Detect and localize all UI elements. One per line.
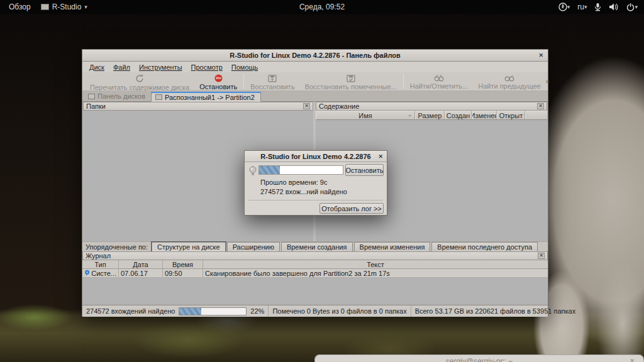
menu-file[interactable]: Файл (109, 63, 135, 72)
log-column-time[interactable]: Время (163, 260, 203, 268)
tab-label: Распознанный1 -> Partition2 (165, 94, 255, 101)
dialog-stop-label: Остановить (345, 167, 383, 174)
microphone-icon[interactable] (594, 3, 601, 11)
sort-tab-modification-time[interactable]: Времени изменения (354, 242, 431, 251)
dialog-stop-button[interactable]: Остановить (345, 164, 384, 176)
close-panel-icon[interactable] (538, 253, 545, 259)
menu-view[interactable]: Просмотр (187, 63, 227, 72)
toolbar-button-label: Найти/Отметить... (410, 82, 468, 90)
input-source-menu[interactable]: ru (577, 3, 587, 11)
toolbar-recover-marked-button[interactable]: Восстановить помеченные... (300, 72, 402, 90)
sort-tab-extension[interactable]: Расширению (227, 242, 280, 251)
log-panel: Журнал Тип Дата Время Текст Систе... 07.… (82, 251, 548, 305)
column-name[interactable]: Имя (316, 111, 415, 119)
status-marked-section: Помечено 0 Bytes из 0 файлов в 0 папках (269, 305, 411, 317)
sort-direction-icon (408, 112, 412, 118)
volume-icon[interactable] (609, 3, 619, 11)
clock[interactable]: Среда, 09:52 (296, 1, 348, 13)
chevron-down-icon (567, 4, 570, 10)
sort-tab-creation-time[interactable]: Времени создания (281, 242, 353, 251)
toolbar-button-label: Восстановить (250, 83, 294, 90)
activities-button[interactable]: Обзор (5, 1, 35, 13)
accessibility-menu[interactable] (558, 3, 570, 11)
binoculars-prev-icon (504, 74, 514, 82)
log-column-type[interactable]: Тип (82, 260, 119, 268)
dialog-progress-fill (259, 166, 280, 174)
sort-bar: Упорядоченные по: Структуре на диске Рас… (82, 241, 548, 251)
menu-help[interactable]: Помощь (227, 63, 263, 72)
close-panel-icon[interactable] (537, 103, 544, 109)
dialog-found-text: 274572 вхож...ний найдено (260, 188, 347, 195)
column-created[interactable]: Создан (445, 111, 472, 119)
terminal-window-title: sergiy@sergiy-pc: ~ (315, 357, 643, 362)
status-bar: 274572 вхождений найдено 22% Помечено 0 … (82, 305, 548, 317)
close-panel-icon[interactable] (303, 103, 310, 109)
toolbar-find-previous-button[interactable]: Найти предыдущее (473, 72, 546, 90)
menu-disk[interactable]: Диск (85, 63, 109, 72)
column-label: Размер (418, 112, 442, 119)
dialog-titlebar[interactable]: R-Studio for Linux Demo 4.2.2876 (245, 151, 387, 162)
app-menu[interactable]: R-Studio (37, 1, 91, 13)
view-tabs: Панель дисков Распознанный1 -> Partition… (82, 91, 548, 102)
window-titlebar[interactable]: R-Studio for Linux Demo 4.2.2876 - Панел… (82, 50, 548, 62)
close-icon[interactable] (630, 358, 635, 362)
log-panel-title: Журнал (86, 252, 111, 260)
toolbar-reread-disk-button[interactable]: Перечитать содержимое диска (85, 72, 194, 90)
window-title: R-Studio for Linux Demo 4.2.2876 - Панел… (230, 52, 401, 59)
terminal-window-titlebar[interactable]: sergiy@sergiy-pc: ~ (314, 354, 644, 362)
sort-tab-label: Структуре на диске (157, 243, 220, 251)
toolbar-button-label: Перечитать содержимое диска (90, 84, 189, 91)
log-column-date[interactable]: Дата (119, 260, 163, 268)
log-cell-type: Систе... (82, 269, 119, 277)
toolbar-stop-button[interactable]: STOP Остановить (194, 72, 242, 90)
svg-text:STOP: STOP (216, 77, 221, 80)
status-found-section: 274572 вхождений найдено 22% (82, 305, 269, 317)
contents-panel-title: Содержание (319, 102, 359, 110)
toolbar-separator (243, 74, 244, 89)
tab-label: Панель дисков (97, 92, 145, 100)
column-opened[interactable]: Открыт (497, 111, 525, 119)
toolbar-separator (403, 74, 404, 89)
toolbar-find-mark-button[interactable]: Найти/Отметить... (405, 72, 473, 90)
close-icon[interactable] (538, 53, 543, 58)
column-modified[interactable]: Изменен (472, 111, 497, 119)
status-marked-text: Помечено 0 Bytes из 0 файлов в 0 папках (272, 307, 406, 315)
dialog-show-log-button[interactable]: Отобразить лог >> (319, 203, 384, 214)
log-column-text[interactable]: Текст (203, 260, 548, 268)
sort-tab-label: Расширению (233, 243, 274, 251)
column-label: Текст (367, 261, 384, 268)
column-label: Открыт (499, 112, 523, 119)
column-label: Изменен (472, 112, 497, 119)
tab-drive-panel[interactable]: Панель дисков (84, 91, 151, 101)
log-panel-header: Журнал (82, 251, 548, 260)
column-label: Дата (133, 261, 148, 268)
column-size[interactable]: Размер (415, 111, 445, 119)
sort-tab-last-access-time[interactable]: Времени последнего доступа (431, 242, 538, 251)
tab-recognized-partition[interactable]: Распознанный1 -> Partition2 (151, 92, 261, 102)
folders-panel-title: Папки (86, 102, 106, 110)
log-cell-date: 07.06.17 (119, 269, 163, 277)
log-cell-time: 09:50 (163, 269, 203, 277)
sort-tab-label: Времени изменения (360, 243, 425, 251)
top-bar-left: Обзор R-Studio (0, 1, 558, 13)
sort-tab-disk-structure[interactable]: Структуре на диске (152, 242, 226, 251)
dialog-title: R-Studio for Linux Demo 4.2.2876 (260, 153, 370, 160)
binoculars-icon (434, 74, 444, 82)
app-window-icon (41, 4, 49, 10)
toolbar-recover-button[interactable]: Восстановить (245, 72, 299, 90)
partition-icon (155, 94, 162, 100)
sort-tab-label: Времени создания (287, 243, 347, 251)
sort-bar-label: Упорядоченные по: (86, 243, 148, 251)
log-table-row[interactable]: Систе... 07.06.17 09:50 Сканирование был… (82, 269, 548, 278)
menu-tools[interactable]: Инструменты (135, 63, 187, 72)
toolbar-overflow-icon[interactable] (546, 78, 552, 85)
menu-bar: Диск Файл Инструменты Просмотр Помощь (82, 62, 548, 72)
power-menu[interactable] (626, 3, 638, 11)
dialog-body: Остановить Прошло времени: 9с 274572 вхо… (245, 162, 387, 216)
folders-panel-header: Папки (83, 102, 313, 111)
log-cell-text: Сканирование было завершено для Partitio… (203, 269, 548, 277)
contents-column-headers: Имя Размер Создан Изменен Открыт (316, 111, 547, 120)
close-icon[interactable] (378, 154, 383, 160)
dialog-progress-bar (258, 165, 343, 175)
log-empty-area[interactable] (82, 278, 548, 305)
